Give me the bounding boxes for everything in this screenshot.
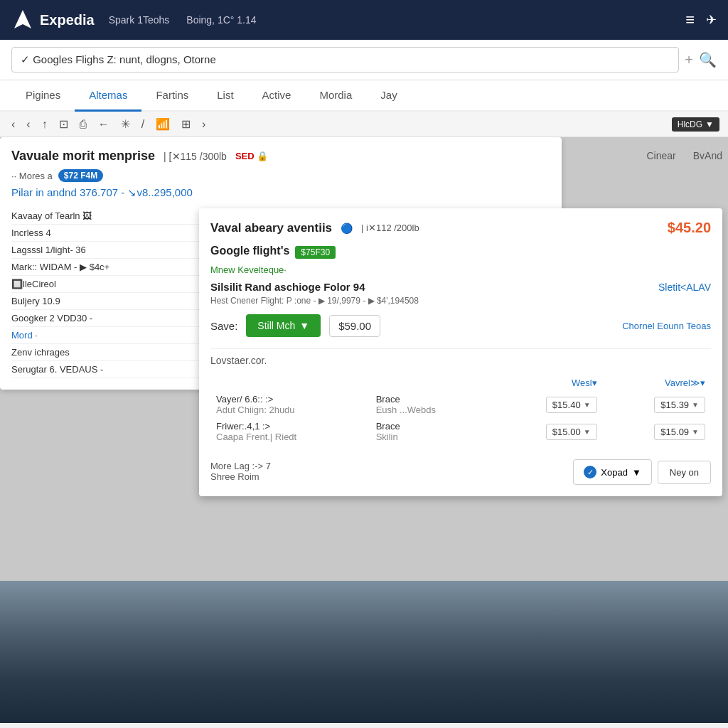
- tab-bar: Pigines Altemas Fartins List Active Mord…: [0, 80, 728, 112]
- search-button[interactable]: 🔍: [699, 51, 717, 68]
- bvand-label: BvAnd: [693, 150, 722, 161]
- card-left-header: Vavuale morit menprise | [✕115 /300lb SE…: [11, 149, 550, 164]
- search-value: ✓ Googles Flighs Z: nunt, dlogns, Otorne: [21, 53, 216, 66]
- main-content: Cinear BvAnd Vavuale morit menprise | [✕…: [0, 137, 728, 723]
- header-nav: Spark 1Teohs Boing, 1C° 1.14: [109, 14, 671, 26]
- row2-label1: Friwer:.4,1 :> Caapa Frent.| Riedt: [210, 418, 370, 445]
- more-lag-section: More Lag :-> 7 Shree Roim: [210, 455, 271, 482]
- toolbar-back3[interactable]: ←: [95, 117, 112, 132]
- flight-details: Hest Cnener Flight: P :one - ▶ 19/,9979 …: [210, 296, 711, 306]
- row2-label2: Brace Skilin: [370, 418, 494, 445]
- menu-icon[interactable]: ≡: [685, 11, 695, 29]
- logo-text: Expedia: [40, 12, 95, 28]
- toolbar-up[interactable]: ↑: [39, 117, 50, 132]
- toolbar-back2[interactable]: ‹: [23, 117, 33, 132]
- chornel-link[interactable]: Chornel Eounn Teoas: [622, 321, 711, 331]
- dropdown-chevron: ▼: [299, 320, 309, 331]
- toolbar-slash[interactable]: /: [139, 117, 147, 132]
- xopad-check-icon: ✓: [584, 466, 596, 478]
- price-link[interactable]: Pilar in andnd 376.707 - ↘v8..295,000: [11, 186, 193, 198]
- table-row: Vayer/ 6.6:: :> Adut Chiign: 2hudu Brace…: [210, 391, 711, 418]
- card-left-title: Vavuale morit menprise: [11, 149, 155, 164]
- price-dropdown-arrow: ▼: [692, 428, 699, 436]
- xopad-label: Xopad: [601, 467, 628, 478]
- search-bar: ✓ Googles Flighs Z: nunt, dlogns, Otorne…: [0, 40, 728, 80]
- table-col-vavrel[interactable]: Vavrel≫▾: [603, 375, 711, 391]
- card-main-header: Vaval abeary aventiis 🔵 | i✕112 /200lb $…: [210, 220, 711, 236]
- row2-price2: $15.09 ▼: [603, 418, 711, 445]
- tab-fartins[interactable]: Fartins: [141, 80, 203, 112]
- flight-title: Silsilit Rand aschioge Folor 94: [210, 281, 365, 293]
- toolbar-table[interactable]: ⊞: [178, 116, 193, 132]
- save-row: Save: Still Mch ▼ $59.00 Chornel Eounn T…: [210, 314, 711, 337]
- still-mch-button[interactable]: Still Mch ▼: [246, 314, 321, 337]
- xopad-button[interactable]: ✓ Xopad ▼: [573, 459, 651, 485]
- table-col-wesl[interactable]: Wesl▾: [494, 375, 602, 391]
- nav-item-2[interactable]: Boing, 1C° 1.14: [186, 14, 256, 26]
- toolbar-wifi[interactable]: 📶: [153, 116, 173, 132]
- ney-on-button[interactable]: Ney on: [658, 461, 711, 484]
- toolbar-grid[interactable]: ⊡: [56, 116, 71, 132]
- price-dropdown-arrow: ▼: [584, 401, 591, 409]
- expedia-logo-icon: [11, 9, 34, 31]
- sletit-link[interactable]: Sletit<ALAV: [658, 282, 711, 293]
- price-cell-4[interactable]: $15.09 ▼: [654, 424, 705, 440]
- row1-price2: $15.39 ▼: [603, 391, 711, 418]
- card-main-title: Vaval abeary aventiis: [210, 221, 332, 235]
- tab-pigines[interactable]: Pigines: [11, 80, 75, 112]
- dot-icon: 🔵: [341, 223, 353, 234]
- toolbar-dropdown-arrow: ▼: [705, 119, 714, 129]
- toolbar-dropdown[interactable]: HlcDG ▼: [672, 117, 719, 132]
- share-icon[interactable]: ✈: [706, 12, 717, 28]
- card-left-badge: SED 🔒: [235, 151, 268, 161]
- flight-row: Silsilit Rand aschioge Folor 94 Sletit<A…: [210, 281, 711, 293]
- row1-label2: Brace Eush ...Webds: [370, 391, 494, 418]
- price-cell-3[interactable]: $15.00 ▼: [546, 424, 597, 440]
- toolbar: ‹ ‹ ↑ ⊡ ⎙ ← ✳ / 📶 ⊞ › HlcDG ▼: [0, 112, 728, 137]
- toolbar-forward[interactable]: ›: [199, 117, 208, 132]
- mores-label: ·· Mores a: [11, 171, 53, 181]
- header-icons: ≡ ✈: [685, 11, 717, 29]
- toolbar-star[interactable]: ✳: [118, 116, 133, 132]
- tab-jay[interactable]: Jay: [366, 80, 411, 112]
- xopad-arrow: ▼: [632, 467, 641, 478]
- right-labels: Cinear BvAnd: [647, 150, 723, 161]
- tab-list[interactable]: List: [203, 80, 247, 112]
- search-plus-icon[interactable]: +: [685, 52, 693, 68]
- card-main-price: $45.20: [668, 220, 711, 236]
- price-dropdown-arrow: ▼: [692, 401, 699, 409]
- shree-roim: Shree Roim: [210, 471, 271, 482]
- price-box: $59.00: [329, 315, 380, 337]
- tab-active[interactable]: Active: [248, 80, 306, 112]
- mnew-label: Mnew Kevelteque·: [210, 264, 711, 275]
- table-col-empty: [210, 375, 370, 391]
- table-col-empty2: [370, 375, 494, 391]
- save-label: Save:: [210, 320, 237, 332]
- logo: Expedia: [11, 9, 95, 31]
- background-landscape: [0, 581, 728, 723]
- toolbar-back1[interactable]: ‹: [9, 117, 18, 132]
- tab-mordia[interactable]: Mordia: [305, 80, 366, 112]
- lovstaer: Lovstaer.cor.: [210, 348, 711, 366]
- row1-price1: $15.40 ▼: [494, 391, 602, 418]
- price-cell-2[interactable]: $15.39 ▼: [654, 397, 705, 413]
- header: Expedia Spark 1Teohs Boing, 1C° 1.14 ≡ ✈: [0, 0, 728, 40]
- green-badge: $75F30: [295, 246, 336, 259]
- price-cell-1[interactable]: $15.40 ▼: [546, 397, 597, 413]
- search-field[interactable]: ✓ Googles Flighs Z: nunt, dlogns, Otorne: [11, 47, 679, 73]
- row1-label1: Vayer/ 6.6:: :> Adut Chiign: 2hudu: [210, 391, 370, 418]
- more-lag: More Lag :-> 7: [210, 461, 271, 471]
- card-main: Vaval abeary aventiis 🔵 | i✕112 /200lb $…: [199, 208, 722, 496]
- row2-price1: $15.00 ▼: [494, 418, 602, 445]
- svg-marker-0: [14, 10, 31, 28]
- card-main-meta: | i✕112 /200lb: [361, 223, 659, 233]
- price-table: Wesl▾ Vavrel≫▾ Vayer/ 6.6:: :> Adut Chii…: [210, 375, 711, 445]
- nav-item-1[interactable]: Spark 1Teohs: [109, 14, 170, 26]
- google-flights-label: Google flight's: [210, 245, 289, 257]
- toolbar-print[interactable]: ⎙: [77, 117, 90, 132]
- card-left-meta: | [✕115 /300lb: [164, 151, 227, 162]
- price-badge[interactable]: $72 F4M: [58, 169, 103, 182]
- bottom-buttons: ✓ Xopad ▼ Ney on: [573, 459, 711, 485]
- tab-altemas[interactable]: Altemas: [75, 80, 141, 112]
- toolbar-dropdown-label: HlcDG: [678, 119, 702, 129]
